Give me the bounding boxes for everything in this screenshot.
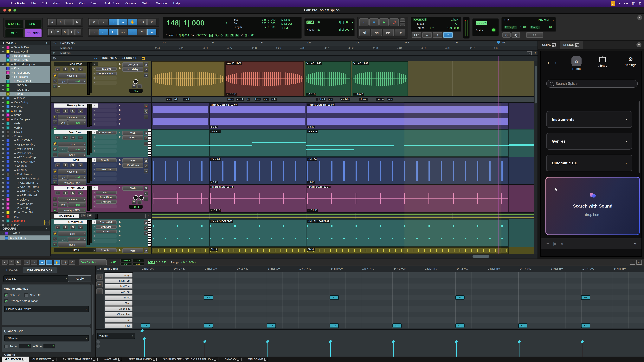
track-color-chip[interactable] bbox=[6, 173, 10, 176]
search-with-sound-card[interactable]: Search with Sound drop here bbox=[546, 177, 640, 235]
toolbar-options-arrow[interactable]: ▼ bbox=[637, 15, 642, 20]
track-name-chip[interactable]: Hats▾ bbox=[54, 248, 98, 252]
group-selector[interactable]: none⧉ bbox=[58, 242, 86, 247]
velocity-selector[interactable]: velocity▾ bbox=[97, 333, 135, 339]
insert-plugin[interactable]: GrooveCell bbox=[96, 220, 116, 224]
track-view-selector[interactable]: clips▾ bbox=[58, 231, 86, 236]
selection-start-value[interactable]: 148| 1| 000 bbox=[251, 18, 276, 21]
panel-options-arrow[interactable]: ▼ bbox=[636, 42, 642, 47]
clip-gain-label[interactable]: ↕ +5.5 dB bbox=[226, 93, 237, 95]
track-visibility-dot[interactable] bbox=[2, 68, 4, 69]
velocity-diamond[interactable] bbox=[266, 340, 270, 343]
insert-slot[interactable] bbox=[93, 104, 116, 108]
comments-icon[interactable]: ⎗ bbox=[144, 136, 148, 140]
markers-ruler[interactable]: ⎗Markers□+ bbox=[51, 51, 538, 56]
track-color-chip[interactable] bbox=[6, 147, 10, 151]
play-sample-icon[interactable]: ▶ bbox=[554, 241, 557, 246]
track-color-chip[interactable] bbox=[6, 71, 10, 74]
midi-pencil-tool[interactable]: ✐ bbox=[69, 260, 75, 265]
audio-clip[interactable]: Inst 2-08 bbox=[306, 129, 508, 157]
drum-lane-name[interactable]: Snare bbox=[104, 295, 133, 300]
insert-slot[interactable] bbox=[93, 239, 116, 243]
track-list-item[interactable]: ▸▸Reecey Bass bbox=[0, 54, 50, 58]
automation-icon[interactable]: ✳ bbox=[53, 79, 57, 83]
track-list-item[interactable]: ШSoar Synth bbox=[0, 58, 50, 62]
track-color-chip[interactable] bbox=[6, 67, 10, 70]
midi-note[interactable]: C2 bbox=[455, 323, 464, 328]
drum-lane-name[interactable]: Clap bbox=[104, 300, 133, 306]
quantize-grid-selector[interactable]: 1/16 note▾ bbox=[4, 335, 89, 342]
audio-clip[interactable] bbox=[152, 129, 209, 157]
playhead-marker-icon[interactable] bbox=[496, 41, 500, 44]
track-visibility-dot[interactable] bbox=[2, 89, 4, 90]
track-visibility-dot[interactable] bbox=[2, 152, 4, 154]
track-visibility-dot[interactable] bbox=[2, 46, 4, 48]
track-visibility-dot[interactable] bbox=[2, 186, 4, 188]
track-list-item[interactable]: ↓V Verb Big bbox=[0, 206, 50, 210]
edit-mode-spot-button[interactable]: SPOT bbox=[24, 20, 42, 28]
bottom-tab-synthesizer-v-studio-2araplugin[interactable]: SYNTHESIZER V STUDIO 2ARAPLUGIN bbox=[160, 357, 222, 362]
quantize-q-button[interactable]: Q bbox=[502, 32, 511, 38]
insert-slot[interactable] bbox=[93, 62, 116, 66]
automation-mode-selector[interactable]: read▾ bbox=[68, 79, 86, 84]
panel-tab-clips[interactable]: CLIPS bbox=[538, 41, 560, 49]
track-color-chip[interactable] bbox=[6, 130, 10, 134]
midi-record-enable-button[interactable]: ● bbox=[2, 260, 8, 265]
track-list-item[interactable]: ▸▸Chorus2 bbox=[0, 168, 50, 172]
grid-value[interactable]: 1| 0| 000 bbox=[339, 20, 349, 24]
target-icon[interactable]: ◎ bbox=[220, 34, 223, 37]
track-visibility-dot[interactable] bbox=[2, 114, 4, 116]
lyric-word[interactable]: lose bbox=[254, 98, 261, 100]
insert-slot[interactable] bbox=[93, 76, 116, 80]
track-list-item[interactable]: ▾V Love bbox=[0, 134, 50, 138]
fast-forward-button[interactable]: ▶▶ bbox=[383, 29, 394, 36]
track-list-item[interactable]: ШInst 1 bbox=[0, 223, 50, 226]
bars-ruler[interactable]: ☰▾Bars|Beats143144145146147148149150 bbox=[51, 41, 538, 46]
automation-mode-selector[interactable]: read▾ bbox=[68, 175, 86, 180]
elastic-audio-icon[interactable]: ⚡ bbox=[53, 142, 57, 146]
midi-note-line[interactable] bbox=[306, 149, 354, 150]
clip-gain-label[interactable]: ↕ -1.0 dB bbox=[306, 93, 316, 95]
edit-mode-grid-button[interactable]: REL GRID bbox=[24, 29, 42, 37]
send-mute-button[interactable]: M bbox=[132, 84, 136, 88]
send-assignment[interactable]: vox delay bbox=[122, 67, 144, 72]
insert-slot[interactable]: ChnlStrp bbox=[93, 249, 116, 252]
midi-mode-shuffle[interactable]: SHUFFLE bbox=[120, 259, 132, 262]
track-list-item[interactable]: ▸▸A3 DontWalk 2 bbox=[0, 143, 50, 147]
insert-slot[interactable]: GrooveCell bbox=[93, 220, 116, 224]
group-enable[interactable]: ○ bbox=[2, 232, 4, 235]
lyric-word[interactable]: all bbox=[174, 98, 178, 100]
strength-label[interactable]: Strength: bbox=[504, 25, 517, 29]
track-color-chip[interactable] bbox=[6, 156, 10, 159]
automation-icon[interactable]: ✳ bbox=[53, 202, 57, 207]
track-color-chip[interactable] bbox=[6, 202, 10, 206]
insert-plugin[interactable]: Lo-Fi bbox=[96, 230, 116, 233]
asterisk-icon[interactable]: ✳ bbox=[224, 34, 228, 37]
velocity-stem[interactable] bbox=[204, 342, 205, 357]
automation-mode-selector[interactable]: read▾ bbox=[68, 147, 86, 152]
mirrored-midi-button[interactable]: ∞ bbox=[128, 29, 137, 35]
audio-clip[interactable]: Vox.03_11-08↕ +5.5 dB bbox=[225, 61, 304, 96]
mute-button[interactable]: M bbox=[78, 67, 83, 71]
track-visibility-dot[interactable] bbox=[2, 135, 4, 137]
track-view-selector[interactable]: waveform▾ bbox=[58, 115, 86, 120]
midi-trim-tool[interactable]: ↦ bbox=[38, 260, 45, 265]
midi-window-icon[interactable]: ▦ bbox=[636, 260, 642, 265]
menu-item-options[interactable]: Options bbox=[122, 1, 139, 5]
grabber-tool-button[interactable]: ✋ bbox=[128, 19, 137, 25]
lyric-word[interactable]: night bbox=[183, 98, 190, 100]
add-send-icon[interactable]: + bbox=[144, 231, 148, 236]
insert-slot[interactable] bbox=[93, 186, 116, 190]
panel-tab-midi-operations[interactable]: MIDI OPERATIONS bbox=[23, 267, 56, 273]
midi-solo-button[interactable]: S bbox=[9, 260, 14, 265]
velocity-stem[interactable] bbox=[142, 331, 142, 357]
dyn-chip[interactable]: dyn bbox=[58, 147, 68, 152]
pencil-tool-button[interactable]: ✐ bbox=[147, 19, 156, 25]
track-visibility-dot[interactable] bbox=[2, 106, 4, 107]
track-view-selector[interactable]: clips▾ bbox=[58, 142, 86, 147]
lyric-word[interactable]: gonna bbox=[376, 98, 384, 100]
group-color-chip[interactable] bbox=[5, 232, 8, 235]
dyn-chip[interactable]: dyn bbox=[58, 175, 68, 180]
play-button[interactable]: ▶ bbox=[380, 18, 389, 26]
track-color-chip[interactable] bbox=[6, 215, 10, 218]
